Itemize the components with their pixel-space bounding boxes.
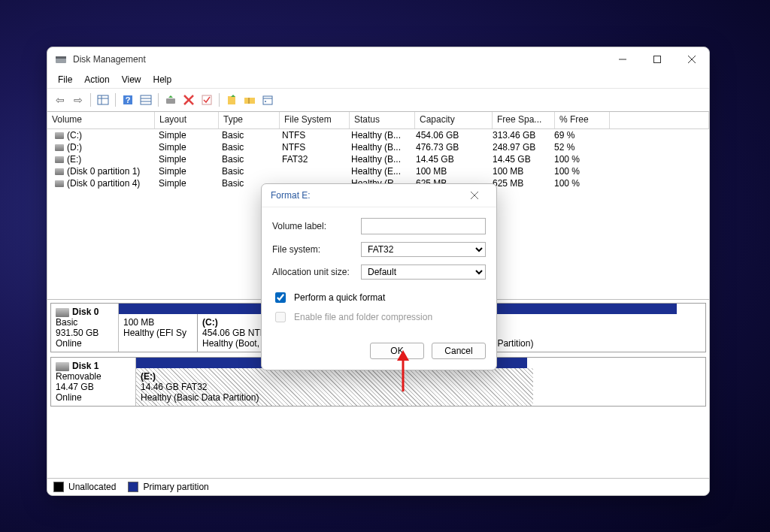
file-system-select[interactable]: FAT32: [361, 242, 486, 257]
extend-volume-icon[interactable]: [241, 92, 258, 108]
minimize-button[interactable]: [605, 47, 640, 71]
volume-label-input[interactable]: [361, 218, 486, 234]
toolbar: ⇦ ⇨ ?: [47, 89, 709, 112]
svg-point-23: [265, 101, 266, 102]
volume-icon: [55, 132, 64, 139]
close-button[interactable]: [675, 47, 709, 71]
legend-primary: Primary partition: [143, 482, 208, 492]
legend: Unallocated Primary partition: [47, 479, 709, 495]
volume-icon: [55, 156, 64, 163]
titlebar[interactable]: Disk Management: [47, 47, 709, 71]
column-header[interactable]: Volume: [47, 112, 155, 128]
forward-icon[interactable]: ⇨: [70, 92, 86, 108]
ok-button[interactable]: OK: [370, 343, 424, 359]
delete-icon[interactable]: [180, 92, 197, 108]
allocation-unit-label: Allocation unit size:: [272, 267, 361, 277]
svg-rect-17: [202, 95, 211, 104]
column-header[interactable]: File System: [280, 112, 350, 128]
volume-icon: [55, 168, 64, 175]
compression-label: Enable file and folder compression: [294, 312, 432, 322]
format-dialog: Format E: Volume label: File system: FAT…: [261, 183, 497, 370]
svg-rect-20: [248, 98, 250, 104]
app-icon: [55, 53, 67, 65]
svg-rect-11: [141, 95, 151, 104]
file-system-label: File system:: [272, 244, 361, 255]
volume-icon: [55, 144, 64, 151]
column-header[interactable]: Capacity: [415, 112, 493, 128]
column-header[interactable]: Free Spa...: [493, 112, 555, 128]
svg-rect-3: [654, 56, 661, 63]
column-header[interactable]: % Free: [555, 112, 610, 128]
cancel-button[interactable]: Cancel: [432, 343, 486, 359]
partition[interactable]: (E:)14.46 GB FAT32Healthy (Basic Data Pa…: [136, 368, 533, 406]
svg-rect-6: [98, 95, 108, 104]
column-header[interactable]: Type: [219, 112, 280, 128]
disk-icon: [56, 362, 69, 371]
back-icon[interactable]: ⇦: [52, 92, 68, 108]
partition[interactable]: 100 MBHealthy (EFI Sy: [119, 314, 198, 352]
allocation-unit-select[interactable]: Default: [361, 264, 486, 280]
quick-format-label: Perform a quick format: [294, 292, 385, 303]
svg-text:?: ?: [126, 95, 131, 104]
table-row[interactable]: (C:)SimpleBasicNTFSHealthy (B...454.06 G…: [47, 129, 709, 141]
menu-action[interactable]: Action: [78, 73, 115, 86]
compression-checkbox: [275, 312, 286, 322]
check-icon[interactable]: [199, 92, 215, 108]
refresh-icon[interactable]: [162, 92, 179, 108]
table-row[interactable]: (Disk 0 partition 1)SimpleBasicHealthy (…: [47, 165, 709, 177]
menubar: File Action View Help: [47, 71, 709, 89]
table-row[interactable]: (E:)SimpleBasicFAT32Healthy (B...14.45 G…: [47, 153, 709, 165]
dialog-titlebar[interactable]: Format E:: [262, 184, 496, 207]
svg-rect-21: [263, 96, 272, 104]
dialog-title: Format E:: [271, 190, 311, 201]
unallocated-swatch: [53, 482, 64, 492]
help-icon[interactable]: ?: [120, 92, 136, 108]
new-volume-icon[interactable]: [223, 92, 240, 108]
quick-format-checkbox[interactable]: [275, 292, 286, 303]
menu-view[interactable]: View: [116, 73, 147, 86]
disk-icon: [56, 308, 69, 317]
table-row[interactable]: (D:)SimpleBasicNTFSHealthy (B...476.73 G…: [47, 141, 709, 153]
menu-help[interactable]: Help: [147, 73, 178, 86]
volume-icon: [55, 180, 64, 187]
list-view-icon[interactable]: [138, 92, 154, 108]
column-header[interactable]: Status: [350, 112, 415, 128]
window-title: Disk Management: [73, 54, 146, 65]
svg-rect-14: [166, 98, 175, 104]
properties-icon[interactable]: [259, 92, 276, 108]
dialog-close-button[interactable]: [462, 186, 487, 204]
primary-swatch: [128, 482, 138, 492]
volume-label-label: Volume label:: [272, 221, 361, 231]
legend-unallocated: Unallocated: [68, 482, 116, 492]
svg-rect-1: [56, 56, 66, 59]
maximize-button[interactable]: [640, 47, 675, 71]
detail-view-icon[interactable]: [95, 92, 111, 108]
column-header[interactable]: Layout: [155, 112, 219, 128]
menu-file[interactable]: File: [52, 73, 78, 86]
svg-rect-18: [228, 96, 235, 104]
